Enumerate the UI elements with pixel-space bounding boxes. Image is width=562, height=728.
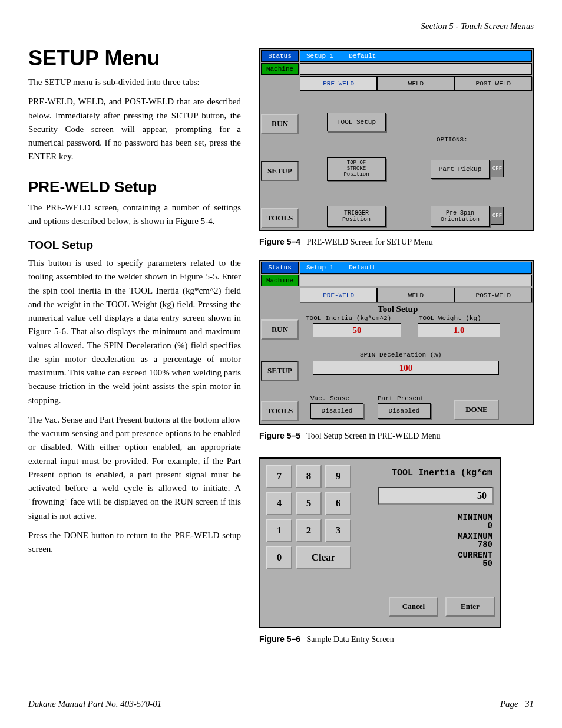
title-default: Default (349, 52, 376, 60)
footer-page-number: 31 (525, 699, 534, 709)
maximum-value: 780 (478, 540, 492, 549)
tab-post-weld-2[interactable]: POST-WELD (455, 288, 532, 302)
figure-5-5-caption: Figure 5–5 Tool Setup Screen in PRE-WELD… (259, 431, 534, 441)
tab-pre-weld-2[interactable]: PRE-WELD (300, 288, 377, 302)
vac-sense-label: Vac. Sense (310, 395, 349, 402)
inertia-label: TOOL Inertia (kg*cm^2) (306, 315, 391, 322)
tools-button-2[interactable]: TOOLS (261, 401, 299, 421)
run-button[interactable]: RUN (261, 114, 299, 134)
para-intro: The SETUP menu is sub-divided into three… (28, 75, 241, 89)
para-tool2: The Vac. Sense and Part Present buttons … (28, 413, 241, 523)
setup-button[interactable]: SETUP (261, 161, 299, 181)
key-3[interactable]: 3 (325, 519, 351, 542)
machine-cell-2[interactable]: Machine (261, 275, 299, 286)
part-present-label: Part Present (378, 395, 424, 402)
text-column: SETUP Menu The SETUP menu is sub-divided… (28, 46, 246, 657)
key-8[interactable]: 8 (296, 465, 322, 488)
top-stroke-button[interactable]: TOP OF STROKE Position (327, 157, 386, 181)
para-tool1: This button is used to specify parameter… (28, 256, 241, 407)
key-2[interactable]: 2 (296, 519, 322, 542)
tab-post-weld[interactable]: POST-WELD (455, 76, 532, 91)
weight-value[interactable]: 1.0 (418, 323, 500, 337)
setup-button-2[interactable]: SETUP (261, 361, 299, 381)
minimum-value: 0 (488, 521, 492, 531)
vac-sense-button[interactable]: Disabled (310, 403, 363, 419)
title-setup: Setup 1 (306, 52, 333, 60)
weight-label: TOOL Weight (kg) (419, 315, 481, 322)
status-cell-2[interactable]: Status (261, 262, 299, 274)
tool-setup-title: Tool Setup (378, 304, 418, 314)
title-bar-2: Setup 1 Default (300, 262, 532, 274)
cancel-button[interactable]: Cancel (389, 597, 438, 617)
part-pickup-button[interactable]: Part Pickup (431, 160, 490, 179)
options-label: OPTIONS: (437, 136, 468, 143)
footer-page-label: Page (500, 699, 518, 709)
decel-label: SPIN Deceleration (%) (360, 351, 442, 358)
figure-5-4-screen: Status Machine Setup 1 Default PRE-WELD … (259, 48, 534, 231)
section-header: Section 5 - Touch Screen Menus (28, 21, 534, 35)
para-tool3: Press the DONE button to return to the P… (28, 529, 241, 556)
toolbar-blank-2 (300, 275, 532, 286)
run-button-2[interactable]: RUN (261, 319, 299, 340)
field-label: TOOL Inertia (kg*cm (392, 468, 492, 478)
para-tabs: PRE-WELD, WELD, and POST-WELD that are d… (28, 95, 241, 163)
prespin-off: OFF (491, 207, 504, 225)
h1-setup-menu: SETUP Menu (28, 46, 241, 71)
trigger-button[interactable]: TRIGGER Position (327, 206, 386, 227)
title-setup-2: Setup 1 (306, 264, 333, 271)
enter-button[interactable]: Enter (445, 597, 495, 617)
tool-setup-button[interactable]: TOOL Setup (327, 113, 386, 131)
status-cell[interactable]: Status (261, 50, 299, 62)
figure-5-4-caption: Figure 5–4 PRE-WELD Screen for SETUP Men… (259, 237, 534, 247)
key-1[interactable]: 1 (266, 519, 292, 542)
title-default-2: Default (349, 264, 376, 271)
tab-pre-weld[interactable]: PRE-WELD (300, 76, 377, 91)
page-footer: Dukane Manual Part No. 403-570-01 Page 3… (28, 699, 534, 709)
key-clear[interactable]: Clear (296, 546, 351, 569)
footer-left: Dukane Manual Part No. 403-570-01 (28, 699, 161, 709)
tab-weld-2[interactable]: WELD (377, 288, 454, 302)
key-6[interactable]: 6 (325, 492, 351, 515)
key-4[interactable]: 4 (266, 492, 292, 515)
figure-5-6-screen: 7 8 9 4 5 6 1 2 3 0 Clear TOOL Inertia (… (259, 457, 501, 628)
key-5[interactable]: 5 (296, 492, 322, 515)
key-0[interactable]: 0 (266, 546, 292, 569)
h3-tool-setup: TOOL Setup (28, 239, 241, 252)
decel-value[interactable]: 100 (313, 361, 499, 375)
key-9[interactable]: 9 (325, 465, 351, 488)
tab-weld[interactable]: WELD (377, 76, 454, 91)
para-preweld: The PRE-WELD screen, containing a number… (28, 201, 241, 229)
h2-preweld: PRE-WELD Setup (28, 178, 241, 196)
prespin-button[interactable]: Pre-Spin Orientation (431, 206, 490, 227)
done-button[interactable]: DONE (454, 400, 499, 420)
figure-5-6-caption: Figure 5–6 Sample Data Entry Screen (259, 634, 534, 644)
title-bar: Setup 1 Default (300, 50, 532, 62)
key-7[interactable]: 7 (266, 465, 292, 488)
toolbar-blank (300, 63, 532, 75)
current-value: 50 (482, 559, 492, 568)
machine-cell[interactable]: Machine (261, 63, 299, 75)
part-pickup-off: OFF (491, 160, 504, 177)
figure-5-5-screen: Status Machine Setup 1 Default PRE-WELD … (259, 260, 534, 425)
tab-row: PRE-WELD WELD POST-WELD (300, 76, 532, 91)
inertia-value[interactable]: 50 (313, 323, 401, 337)
tools-button[interactable]: TOOLS (261, 208, 299, 228)
part-present-button[interactable]: Disabled (378, 403, 431, 419)
entry-value[interactable]: 50 (378, 487, 494, 505)
tab-row-2: PRE-WELD WELD POST-WELD (300, 288, 532, 303)
